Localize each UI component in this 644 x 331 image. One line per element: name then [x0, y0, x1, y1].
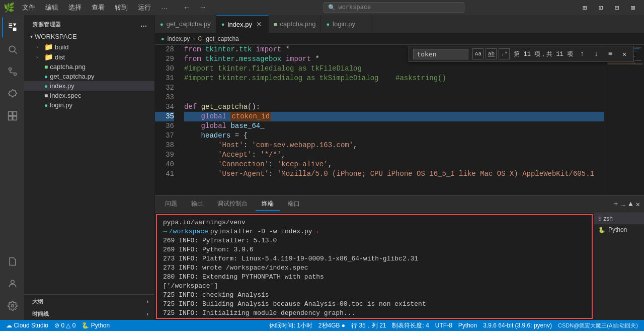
status-csdn: CSDN@德宏大魔王(AI自动回关): [556, 320, 640, 331]
panel-tab-bar: 问题 输出 调试控制台 终端 端口 + … ▲ ✕: [155, 195, 644, 213]
activity-testing[interactable]: [2, 251, 22, 272]
tab-captcha-png[interactable]: ■ captcha.png: [269, 15, 321, 33]
terminal-line-2: 269 INFO: PyInstaller: 5.13.0: [163, 236, 586, 245]
workspace-root[interactable]: ▾ WORKSPACE: [24, 31, 154, 42]
status-encoding[interactable]: UTF-8: [433, 320, 454, 331]
activity-settings[interactable]: [2, 296, 22, 316]
sidebar-more-btn[interactable]: …: [139, 19, 149, 29]
tab-icon-get-captcha: ●: [160, 21, 164, 27]
sidebar-item-build[interactable]: › 📁 build: [24, 42, 154, 52]
activity-explorer[interactable]: [2, 17, 22, 37]
menu-view[interactable]: 查看: [88, 2, 109, 13]
panel-tab-problems[interactable]: 问题: [159, 197, 183, 211]
terminal-prompt-icon: →: [163, 227, 167, 236]
tab-index-py[interactable]: ● index.py ✕: [216, 15, 269, 33]
find-regex-btn[interactable]: .*: [499, 48, 510, 59]
breadcrumb: ● index.py › ⬡ get_captcha: [155, 33, 644, 45]
activity-search[interactable]: [2, 39, 22, 59]
menu-edit[interactable]: 编辑: [41, 2, 62, 13]
search-bar[interactable]: 🔍 workspace: [324, 2, 464, 13]
layout-btn-3[interactable]: ⊟: [610, 1, 624, 15]
find-input[interactable]: [413, 49, 468, 59]
sidebar-item-dist[interactable]: › 📁 dist: [24, 52, 154, 62]
tab-label-captcha-png: captcha.png: [280, 20, 316, 28]
menu-more[interactable]: …: [157, 2, 172, 13]
sidebar-item-login-py[interactable]: › ● login.py: [24, 100, 154, 110]
nav-back-btn[interactable]: ←: [180, 1, 194, 15]
panel-maximize-btn[interactable]: ▲: [628, 200, 632, 209]
outline-section[interactable]: 大纲 ›: [24, 294, 154, 307]
status-lang[interactable]: Python: [456, 320, 479, 331]
menu-run[interactable]: 运行: [134, 2, 155, 13]
status-cursor: 2秒4GB ●: [316, 320, 347, 331]
code-content[interactable]: from tkinter.ttk import * from tkinter.m…: [179, 45, 604, 195]
sidebar-content: ▾ WORKSPACE › 📁 build › 📁 dist ›: [24, 31, 154, 294]
find-word-btn[interactable]: ab: [486, 48, 497, 59]
terminal-item-zsh[interactable]: $ zsh: [594, 213, 644, 224]
status-cloud[interactable]: ☁ Cloud Studio: [4, 320, 50, 331]
activity-bar: [0, 15, 24, 320]
status-line-col[interactable]: 行 35，列 21: [349, 320, 388, 331]
code-line-35: global ctoken_id: [184, 112, 604, 121]
breadcrumb-file[interactable]: index.py: [168, 35, 190, 42]
status-python-env[interactable]: 🐍 Python: [79, 320, 112, 331]
activity-debug[interactable]: [2, 84, 22, 104]
timeline-section[interactable]: 时间线 ›: [24, 307, 154, 320]
menu-bar: 文件 编辑 选择 查看 转到 运行 …: [18, 2, 172, 13]
py-icon: ●: [44, 73, 48, 80]
panel-add-btn[interactable]: +: [614, 200, 618, 209]
code-line-31: #import tkinter.simpledialog as tkSimple…: [184, 74, 604, 83]
sidebar-item-index-py[interactable]: › ● index.py: [24, 81, 154, 91]
svg-point-9: [12, 305, 14, 307]
spec-icon: ■: [44, 92, 48, 99]
titlebar: 🌿 文件 编辑 选择 查看 转到 运行 … ← → 🔍 workspace ⊞ …: [0, 0, 644, 15]
status-version[interactable]: 3.9.6 64-bit (3.9.6: pyenv): [481, 320, 554, 331]
terminal-line-1: → /workspace pyinstaller -D -w index.py …: [163, 227, 586, 236]
code-line-36: global base_64_: [184, 121, 604, 131]
panel-tab-output[interactable]: 输出: [185, 197, 209, 211]
sidebar-item-index-spec[interactable]: › ■ index.spec: [24, 91, 154, 100]
activity-source-control[interactable]: [2, 61, 22, 82]
panel-tab-debug[interactable]: 调试控制台: [211, 197, 254, 211]
code-editor: 28 29 30 31 32 33 34 35 36 37 38 39 40 4…: [155, 45, 604, 195]
terminal-item-python[interactable]: 🐍 Python: [594, 224, 644, 235]
menu-goto[interactable]: 转到: [111, 2, 132, 13]
svg-line-1: [15, 51, 17, 54]
status-errors[interactable]: ⊘ 0 △ 0: [52, 320, 77, 331]
panel-tab-ports[interactable]: 端口: [282, 197, 306, 211]
sidebar-item-get-captcha[interactable]: › ● get_captcha.py: [24, 72, 154, 81]
layout-btn-2[interactable]: ⊡: [594, 1, 608, 15]
activity-accounts[interactable]: [2, 274, 22, 294]
nav-forward-btn[interactable]: →: [196, 1, 210, 15]
terminal-zsh-icon: $: [598, 216, 601, 222]
tab-login-py[interactable]: ● login.py: [321, 15, 371, 33]
arrow-icon: ›: [36, 44, 42, 50]
svg-rect-4: [9, 112, 13, 116]
find-list-btn[interactable]: ≡: [605, 50, 615, 58]
activity-extensions[interactable]: [2, 106, 22, 126]
terminal-panel[interactable]: pypa.io/warnings/venv → /workspace pyins…: [156, 214, 593, 319]
breadcrumb-symbol-icon: ⬡: [198, 35, 203, 42]
breadcrumb-file-icon: ●: [161, 36, 165, 42]
sidebar-item-captcha-png[interactable]: › ■ captcha.png: [24, 62, 154, 72]
tab-bar: ● get_captcha.py ● index.py ✕ ■ captcha.…: [155, 15, 644, 33]
panel-more-btn[interactable]: …: [621, 200, 625, 209]
tab-get-captcha[interactable]: ● get_captcha.py: [155, 15, 216, 33]
svg-rect-5: [13, 112, 17, 116]
menu-select[interactable]: 选择: [64, 2, 86, 13]
menu-file[interactable]: 文件: [18, 2, 39, 13]
find-close-btn[interactable]: ✕: [619, 50, 629, 58]
find-case-btn[interactable]: Aa: [472, 48, 484, 59]
find-next-btn[interactable]: ↓: [591, 50, 601, 58]
find-prev-btn[interactable]: ↑: [577, 50, 587, 58]
status-indent[interactable]: 制表符长度: 4: [390, 320, 431, 331]
tab-close-btn[interactable]: ✕: [255, 20, 263, 28]
panel-close-btn[interactable]: ✕: [636, 200, 640, 209]
layout-btn-4[interactable]: ⊠: [626, 1, 640, 15]
layout-btn-1[interactable]: ⊞: [578, 1, 592, 15]
sidebar-header: 资源管理器 …: [24, 15, 154, 31]
minimap: [604, 45, 644, 195]
panel-tab-terminal[interactable]: 终端: [256, 197, 280, 211]
tab-icon-index-py: ●: [221, 21, 225, 27]
breadcrumb-symbol[interactable]: get_captcha: [206, 35, 238, 42]
